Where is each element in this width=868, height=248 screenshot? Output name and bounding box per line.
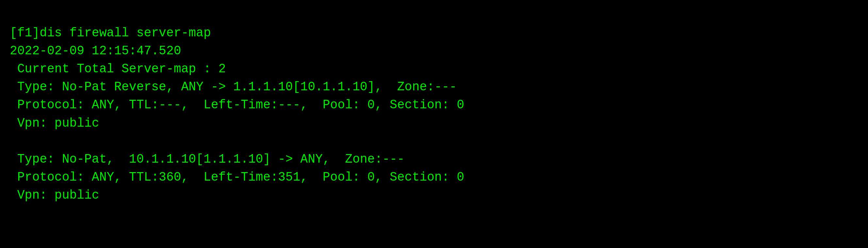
terminal-line: Vpn: public (10, 114, 858, 132)
terminal-empty-line (10, 132, 858, 150)
terminal-line: Protocol: ANY, TTL:---, Left-Time:---, P… (10, 96, 858, 114)
terminal-line: 2022-02-09 12:15:47.520 (10, 42, 858, 60)
terminal-line: [f1]dis firewall server-map (10, 24, 858, 42)
terminal-line: Protocol: ANY, TTL:360, Left-Time:351, P… (10, 168, 858, 186)
terminal-line: Type: No-Pat, 10.1.1.10[1.1.1.10] -> ANY… (10, 150, 858, 168)
terminal-line: Current Total Server-map : 2 (10, 60, 858, 78)
terminal-output: [f1]dis firewall server-map2022-02-09 12… (0, 0, 868, 248)
terminal-line: Type: No-Pat Reverse, ANY -> 1.1.1.10[10… (10, 78, 858, 96)
terminal-line: Vpn: public (10, 186, 858, 204)
